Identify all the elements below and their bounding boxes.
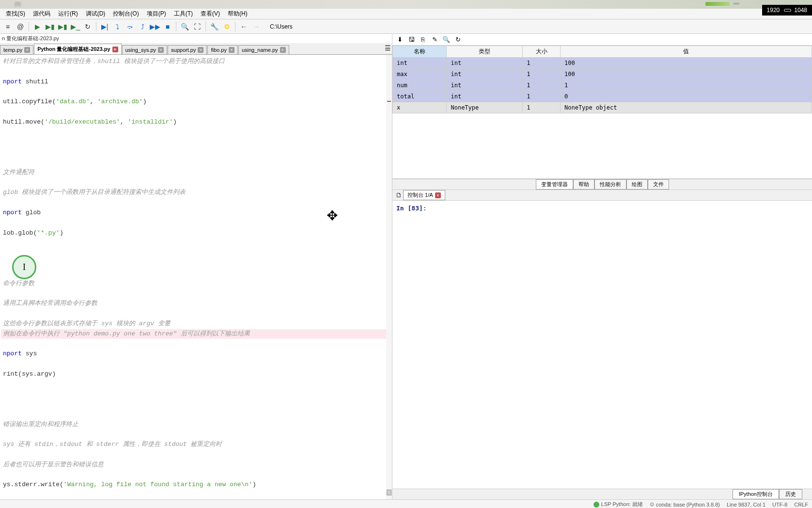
tab-temp[interactable]: temp.py × — [0, 45, 33, 54]
step-out-icon[interactable]: ⤴ — [137, 21, 148, 32]
back-icon[interactable]: ← — [238, 21, 250, 32]
tab-help[interactable]: 帮助 — [573, 179, 594, 190]
menu-project[interactable]: 项目(P) — [143, 9, 170, 19]
step-into-icon[interactable]: ⤵ — [111, 21, 123, 32]
scrollbar[interactable] — [386, 55, 392, 499]
variable-row[interactable]: maxint1100 — [393, 69, 812, 80]
run-cell-icon[interactable]: ▶▮ — [44, 21, 56, 32]
titlebar-text: (8) — [15, 1, 21, 7]
outline-icon[interactable]: ≡ — [2, 21, 14, 32]
window-titlebar: (8) — — [0, 0, 812, 9]
toolbar: ≡ @ ▶ ▶▮ ▶▮ ▶⎯ ↻ ▶| ⤵ ⤼ ⤴ ▶▶ ■ 🔍 ⛶ 🔧 ⚙ ←… — [0, 19, 812, 34]
tab-variables[interactable]: 变量管理器 — [536, 179, 573, 190]
code-line — [1, 269, 391, 279]
close-icon[interactable]: × — [229, 47, 234, 53]
col-type[interactable]: 类型 — [447, 46, 523, 58]
code-line — [1, 147, 391, 158]
forward-icon[interactable]: → — [250, 21, 262, 32]
variable-row[interactable]: numint11 — [393, 80, 812, 91]
code-editor[interactable]: 针对日常的文件和目录管理任务，shutil 模块提供了一个易于使用的高级接口 n… — [0, 55, 392, 499]
close-icon[interactable]: × — [24, 47, 30, 53]
variable-row[interactable]: intint1100 — [393, 58, 812, 69]
close-icon[interactable]: × — [435, 192, 441, 198]
menu-find[interactable]: 查找(S) — [2, 9, 29, 19]
tab-label: support.py — [171, 47, 196, 53]
debug-step-icon[interactable]: ▶| — [99, 21, 110, 32]
search-icon[interactable]: 🔍 — [442, 35, 451, 44]
save-icon[interactable]: 🖫 — [407, 35, 416, 44]
tab-plots[interactable]: 绘图 — [626, 179, 648, 190]
conda-icon: ⊙ — [650, 501, 654, 508]
console-tabs: 🗋 控制台 1/A × — [392, 190, 812, 201]
tab-main[interactable]: Python 量化编程基础-2023.py × — [34, 44, 121, 54]
preferences-icon[interactable]: 🔧 — [208, 21, 220, 32]
close-icon[interactable]: × — [158, 47, 164, 53]
code-line: 这些命令行参数以链表形式存储于 sys 模块的 argv 变量 — [1, 319, 391, 329]
code-line — [1, 470, 391, 480]
console-tab-label: 控制台 1/A — [407, 191, 433, 199]
tab-using-sys[interactable]: using_sys.py × — [122, 45, 168, 54]
variable-row[interactable]: totalint10 — [393, 91, 812, 102]
tab-profiler[interactable]: 性能分析 — [594, 179, 626, 190]
continue-icon[interactable]: ▶▶ — [149, 21, 161, 32]
scroll-thumb[interactable] — [387, 490, 391, 495]
close-icon[interactable]: × — [198, 47, 203, 53]
status-encoding: UTF-8 — [772, 502, 787, 508]
import-icon[interactable]: ⬇ — [395, 35, 404, 44]
console-prompt: In [83]: — [396, 205, 808, 212]
maximize-icon[interactable]: ⛶ — [191, 21, 203, 32]
code-line — [1, 87, 391, 97]
console-tab-1[interactable]: 控制台 1/A × — [403, 190, 445, 200]
step-over-icon[interactable]: ⤼ — [124, 21, 136, 32]
rerun-icon[interactable]: ↻ — [82, 21, 94, 32]
tab-support[interactable]: support.py × — [168, 45, 207, 54]
find-icon[interactable]: 🔍 — [179, 21, 190, 32]
menu-console[interactable]: 控制台(O) — [109, 9, 142, 19]
run-selection-icon[interactable]: ▶⎯ — [69, 21, 81, 32]
code-line: nport shutil — [1, 77, 391, 87]
tab-using-name[interactable]: using_name.py × — [238, 45, 289, 54]
prompt-colon: : — [423, 205, 427, 212]
erase-icon[interactable]: ✎ — [430, 35, 439, 44]
menu-view[interactable]: 查看(V) — [197, 9, 224, 19]
code-line — [1, 178, 391, 188]
menu-help[interactable]: 帮助(H) — [224, 9, 251, 19]
tab-ipython[interactable]: IPython控制台 — [733, 489, 779, 499]
status-conda: ⊙ conda: base (Python 3.8.8) — [650, 501, 720, 508]
code-line: 命令行参数 — [1, 279, 391, 289]
col-size[interactable]: 大小 — [523, 46, 561, 58]
prompt-in: In — [396, 205, 407, 212]
statusbar: LSP Python: 就绪 ⊙ conda: base (Python 3.8… — [0, 499, 812, 508]
close-icon[interactable]: × — [112, 47, 118, 52]
working-dir-input[interactable] — [267, 22, 364, 31]
tab-files[interactable]: 文件 — [648, 179, 669, 190]
resolution-width: 1920 — [767, 7, 780, 14]
menu-tools[interactable]: 工具(T) — [170, 9, 197, 19]
tab-history[interactable]: 历史 — [779, 489, 802, 499]
col-value[interactable]: 值 — [561, 46, 812, 58]
close-icon[interactable]: × — [280, 47, 286, 53]
variable-row[interactable]: xNoneType1NoneType object — [393, 102, 812, 113]
hamburger-icon[interactable]: ☰ — [385, 44, 391, 52]
col-name[interactable]: 名称 — [393, 46, 447, 58]
python-path-icon[interactable]: ⚙ — [221, 21, 233, 32]
refresh-icon[interactable]: ↻ — [453, 35, 462, 44]
code-line: util.copyfile('data.db', 'archive.db') — [1, 97, 391, 107]
minimize-icon[interactable]: — — [734, 0, 739, 7]
menu-debug[interactable]: 调试(D) — [82, 9, 109, 19]
code-line: sys 还有 stdin，stdout 和 stderr 属性，即使在 stdo… — [1, 440, 391, 450]
menu-run[interactable]: 运行(R) — [54, 9, 82, 19]
status-position: Line 9837, Col 1 — [727, 502, 765, 508]
console-output[interactable]: In [83]: — [392, 201, 812, 489]
editor-panel: n 量化编程基础-2023.py temp.py × Python 量化编程基础… — [0, 34, 392, 499]
save-as-icon[interactable]: ⎘ — [419, 35, 427, 44]
stop-icon[interactable]: ■ — [162, 21, 173, 32]
menu-source[interactable]: 源代码 — [29, 9, 54, 19]
run-icon[interactable]: ▶ — [31, 21, 43, 32]
file-icon[interactable]: 🗋 — [394, 191, 403, 200]
code-line — [1, 429, 391, 440]
run-cell-advance-icon[interactable]: ▶▮ — [57, 21, 68, 32]
at-icon[interactable]: @ — [15, 21, 26, 32]
prompt-num: [83] — [407, 205, 422, 212]
tab-fibo[interactable]: fibo.py × — [207, 45, 237, 54]
